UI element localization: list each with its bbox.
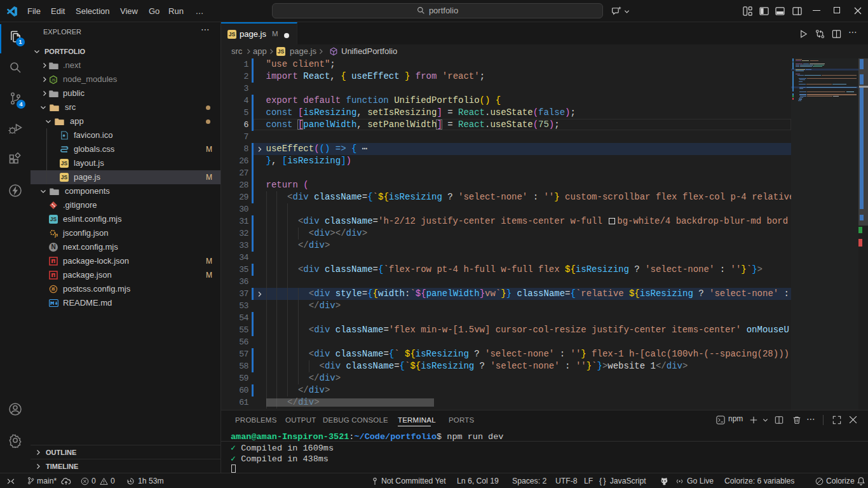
svg-text:js: js — [54, 233, 58, 238]
svg-text:JS: JS — [51, 78, 56, 82]
